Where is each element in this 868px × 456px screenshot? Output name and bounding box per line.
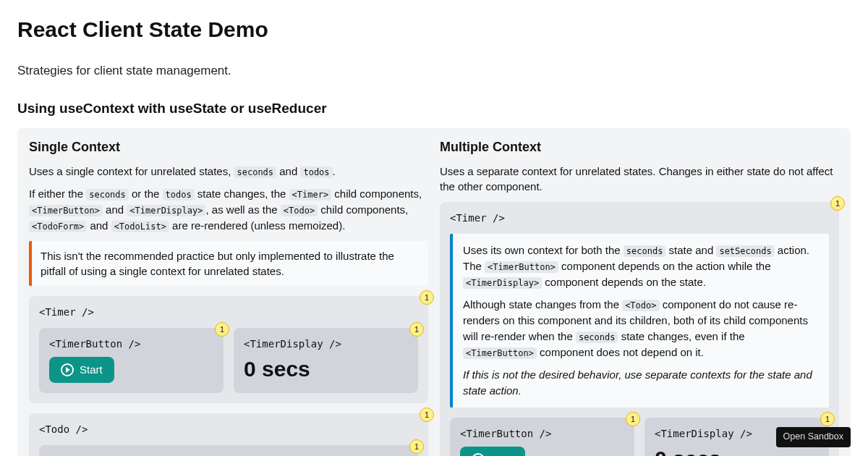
timer-card-title: <Timer /> [39, 306, 418, 318]
render-count-badge: 1 [626, 412, 640, 426]
render-count-badge: 1 [420, 290, 434, 305]
multiple-context-desc: Uses a separate context for unrelated st… [440, 164, 839, 195]
single-context-column: Single Context Uses a single context for… [29, 140, 428, 456]
timer-button-card: 1 <TimerButton /> Start [39, 328, 224, 393]
render-count-badge: 1 [215, 322, 229, 337]
section-heading: Using useContext with useState or useRed… [17, 101, 851, 117]
info-note: Uses its own context for both the second… [450, 234, 829, 408]
timer-card-right-title: <Timer /> [450, 212, 829, 224]
single-context-heading: Single Context [29, 140, 428, 155]
timer-display-value: 0 secs [244, 357, 408, 381]
timer-button-card-right: 1 <TimerButton /> Start [450, 418, 634, 456]
warning-note: This isn't the recommended practice but … [29, 241, 428, 286]
todo-card-title: <Todo /> [39, 423, 418, 435]
timer-display-card: 1 <TimerDisplay /> 0 secs [234, 328, 418, 393]
start-label: Start [80, 363, 103, 376]
render-count-badge: 1 [420, 408, 434, 422]
timer-display-title: <TimerDisplay /> [244, 338, 408, 350]
render-count-badge: 1 [409, 439, 424, 454]
open-sandbox-button[interactable]: Open Sandbox [776, 427, 851, 447]
timer-display-value-right: 0 secs [655, 447, 819, 456]
play-circle-icon [61, 363, 74, 376]
render-count-badge: 1 [830, 196, 845, 211]
start-label: Start [490, 453, 514, 456]
timer-button-title-right: <TimerButton /> [460, 428, 624, 439]
timer-card-right: 1 <Timer /> Uses its own context for bot… [440, 202, 839, 456]
page-subtitle: Strategies for client state management. [17, 62, 851, 80]
single-context-desc-1: Uses a single context for unrelated stat… [29, 164, 428, 180]
render-count-badge: 1 [409, 322, 424, 337]
todo-form-card: 1 <TodoForm /> [39, 445, 418, 456]
timer-card: 1 <Timer /> 1 <TimerButton /> Start 1 <T… [29, 296, 428, 403]
timer-button-title: <TimerButton /> [49, 338, 213, 350]
multiple-context-column: Multiple Context Uses a separate context… [440, 140, 839, 456]
todo-card: 1 <Todo /> 1 <TodoForm /> [29, 413, 428, 456]
start-button[interactable]: Start [49, 357, 114, 383]
panel-container: Single Context Uses a single context for… [17, 128, 851, 456]
render-count-badge: 1 [820, 412, 835, 426]
start-button[interactable]: Start [460, 447, 525, 456]
play-circle-icon [472, 453, 485, 456]
single-context-desc-2: If either the seconds or the todos state… [29, 186, 428, 233]
code-seconds: seconds [234, 166, 276, 178]
page-title: React Client State Demo [17, 17, 851, 42]
multiple-context-heading: Multiple Context [440, 140, 839, 155]
code-todos: todos [300, 166, 332, 178]
